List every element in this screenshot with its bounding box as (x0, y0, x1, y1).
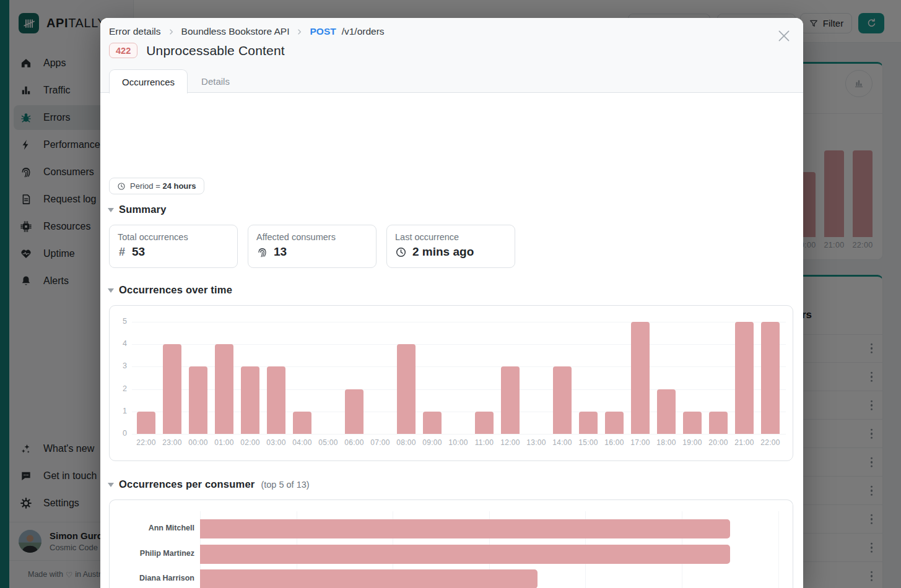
per-consumer-section-header[interactable]: Occurrences per consumer (top 5 of 13) (108, 478, 310, 490)
y-axis-tick: 4 (110, 339, 127, 348)
y-axis-tick: 3 (110, 361, 127, 370)
bar-18:00[interactable] (657, 389, 676, 434)
clock-icon (117, 182, 126, 191)
breadcrumb-app[interactable]: Boundless Bookstore API (181, 26, 290, 37)
y-axis-tick: 1 (110, 407, 127, 415)
bar-02:00[interactable] (241, 366, 259, 434)
bar-12:00[interactable] (501, 366, 520, 434)
bar-14:00[interactable] (553, 366, 572, 434)
page-title: Unprocessable Content (146, 43, 285, 58)
over-time-section-header[interactable]: Occurrences over time (108, 284, 232, 296)
bar-06:00[interactable] (345, 389, 363, 434)
summary-section-header[interactable]: Summary (108, 204, 167, 215)
consumer-label: Ann Mitchell (110, 524, 194, 532)
bar-23:00[interactable] (163, 344, 181, 434)
summary-card-value: 53 (132, 245, 145, 259)
summary-cards: Total occurrences#53Affected consumers13… (109, 225, 515, 268)
gridline (778, 511, 779, 588)
close-icon[interactable] (775, 27, 793, 45)
summary-card-label: Total occurrences (118, 232, 229, 242)
occurrences-per-consumer-chart: 024681012Ann MitchellPhilip MartinezDian… (109, 499, 793, 588)
bar-philip-martinez[interactable] (200, 545, 730, 564)
fingerprint-icon (256, 246, 268, 258)
http-method: POST (310, 26, 336, 37)
bar-04:00[interactable] (293, 412, 311, 434)
modal-header: Error details Boundless Bookstore API PO… (100, 18, 803, 93)
endpoint-path: /v1/orders (342, 26, 385, 37)
consumer-chart-plot: 024681012Ann MitchellPhilip MartinezDian… (110, 500, 793, 588)
summary-card-total-occurrences: Total occurrences#53 (109, 225, 238, 268)
breadcrumb: Error details Boundless Bookstore API PO… (109, 26, 385, 37)
consumer-label: Diana Harrison (110, 574, 194, 582)
occurrences-over-time-chart: 01234522:0023:0000:0001:0002:0003:0004:0… (109, 305, 793, 461)
chevron-right-icon (295, 27, 304, 37)
caret-down-icon (108, 208, 114, 212)
y-axis-tick: 2 (110, 384, 127, 393)
bar-diana-harrison[interactable] (200, 569, 538, 588)
tab-occurrences[interactable]: Occurrences (109, 69, 188, 93)
period-filter-chip[interactable]: Period = 24 hours (109, 178, 204, 194)
bar-ann-mitchell[interactable] (200, 519, 730, 538)
bar-03:00[interactable] (267, 366, 285, 434)
hash-icon: # (118, 246, 126, 259)
app-screenshot: APITALLY AppsTrafficErrorsPerformanceCon… (0, 0, 901, 588)
summary-card-label: Affected consumers (256, 232, 368, 242)
bar-08:00[interactable] (397, 344, 416, 434)
summary-card-last-occurrence: Last occurrence2 mins ago (386, 225, 515, 268)
bar-15:00[interactable] (579, 412, 598, 434)
gridline (132, 434, 786, 435)
summary-card-value: 13 (274, 245, 287, 259)
bar-17:00[interactable] (631, 322, 650, 434)
gridline (132, 322, 786, 322)
bar-11:00[interactable] (475, 412, 494, 434)
x-axis-tick: 22:00 (753, 438, 788, 447)
bar-22:00[interactable] (137, 412, 155, 434)
tab-details[interactable]: Details (188, 69, 243, 93)
bar-21:00[interactable] (735, 322, 754, 434)
bar-01:00[interactable] (215, 344, 233, 434)
status-badge: 422 (109, 43, 137, 58)
bar-19:00[interactable] (683, 412, 702, 434)
y-axis-tick: 5 (110, 317, 127, 326)
summary-card-value: 2 mins ago (412, 245, 474, 259)
occurrences-chart-plot: 01234522:0023:0000:0001:0002:0003:0004:0… (110, 306, 793, 460)
clock-icon (395, 246, 407, 258)
caret-down-icon (108, 483, 114, 487)
breadcrumb-error-details[interactable]: Error details (109, 26, 161, 37)
modal-title-row: 422 Unprocessable Content (109, 43, 285, 58)
bar-00:00[interactable] (189, 366, 207, 434)
caret-down-icon (108, 288, 114, 293)
chevron-right-icon (167, 27, 176, 37)
error-details-modal: Error details Boundless Bookstore API PO… (100, 18, 803, 588)
bar-16:00[interactable] (605, 412, 624, 434)
bar-22:00[interactable] (761, 322, 780, 434)
summary-card-label: Last occurrence (395, 232, 507, 242)
consumer-label: Philip Martinez (110, 549, 194, 558)
y-axis-tick: 0 (110, 429, 127, 438)
summary-card-affected-consumers: Affected consumers13 (248, 225, 377, 268)
bar-09:00[interactable] (423, 412, 442, 434)
bar-20:00[interactable] (709, 412, 728, 434)
